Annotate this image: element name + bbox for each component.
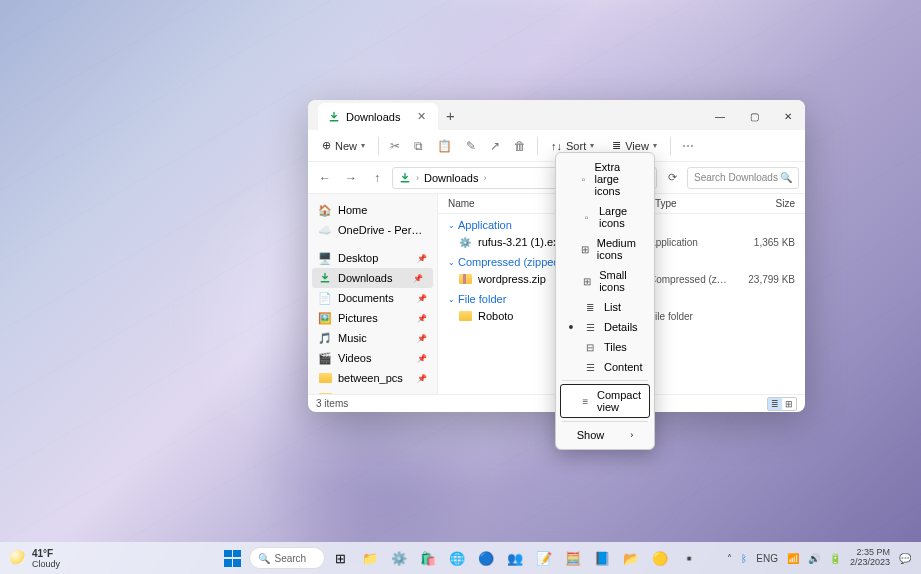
thumbnails-view-toggle[interactable]: ⊞: [782, 398, 796, 410]
menu-item-compact-view[interactable]: ≡Compact view: [560, 384, 650, 418]
delete-button[interactable]: 🗑: [508, 135, 532, 157]
menu-item-large[interactable]: ▫Large icons: [560, 201, 650, 233]
forward-button[interactable]: →: [340, 167, 362, 189]
bluetooth-icon[interactable]: ᛒ: [741, 553, 747, 564]
app-settings[interactable]: ⚙️: [386, 545, 412, 571]
app-chrome[interactable]: 🟡: [647, 545, 673, 571]
column-type[interactable]: Type: [655, 198, 735, 209]
refresh-button[interactable]: ⟳: [661, 167, 683, 189]
app-contacts[interactable]: 👥: [502, 545, 528, 571]
column-size[interactable]: Size: [735, 198, 795, 209]
clock[interactable]: 2:35 PM 2/23/2023: [850, 548, 890, 568]
sidebar-label: Pictures: [338, 312, 378, 324]
new-button[interactable]: ⊕ New ▾: [314, 135, 373, 156]
wifi-icon[interactable]: 📶: [787, 553, 799, 564]
chevron-down-icon: ▾: [590, 141, 594, 150]
menu-item-details[interactable]: •☰Details: [560, 317, 650, 337]
tab-bar: Downloads ✕ + ― ▢ ✕: [308, 100, 805, 130]
menu-separator: [562, 380, 648, 381]
app-calculator[interactable]: 🧮: [560, 545, 586, 571]
battery-icon[interactable]: 🔋: [829, 553, 841, 564]
list-icon: ≣: [583, 302, 597, 313]
tray-chevron-icon[interactable]: ˄: [727, 553, 732, 564]
view-toggle: ≣ ⊞: [767, 397, 797, 411]
sidebar-item-folder[interactable]: wallpapers📌: [308, 388, 437, 394]
copy-button[interactable]: ⧉: [408, 135, 429, 157]
task-view-button[interactable]: ⊞: [328, 545, 354, 571]
menu-item-tiles[interactable]: ⊟Tiles: [560, 337, 650, 357]
app-word[interactable]: 📘: [589, 545, 615, 571]
app-store[interactable]: 🛍️: [415, 545, 441, 571]
app-notepad[interactable]: 📝: [531, 545, 557, 571]
sidebar-item-downloads[interactable]: Downloads📌: [312, 268, 433, 288]
file-type: Compressed (zipp…: [649, 274, 729, 285]
app-terminal[interactable]: ▪️: [676, 545, 702, 571]
tab-downloads[interactable]: Downloads ✕: [318, 103, 438, 130]
chevron-right-icon: ›: [483, 173, 486, 183]
minimize-button[interactable]: ―: [703, 102, 737, 130]
sidebar-item-music[interactable]: 🎵Music📌: [308, 328, 437, 348]
language-indicator[interactable]: ENG: [756, 553, 778, 564]
separator: [378, 137, 379, 155]
volume-icon[interactable]: 🔊: [808, 553, 820, 564]
back-button[interactable]: ←: [314, 167, 336, 189]
menu-item-show[interactable]: Show›: [560, 425, 650, 445]
menu-item-small[interactable]: ⊞Small icons: [560, 265, 650, 297]
app-browser[interactable]: 🔵: [473, 545, 499, 571]
rename-button[interactable]: ✎: [460, 135, 482, 157]
sidebar-item-folder[interactable]: between_pcs📌: [308, 368, 437, 388]
menu-item-medium[interactable]: ⊞Medium icons: [560, 233, 650, 265]
maximize-button[interactable]: ▢: [737, 102, 771, 130]
chevron-down-icon: ▾: [653, 141, 657, 150]
app-explorer[interactable]: 📁: [357, 545, 383, 571]
paste-button[interactable]: 📋: [431, 135, 458, 157]
sidebar-item-desktop[interactable]: 🖥️Desktop📌: [308, 248, 437, 268]
weather-widget[interactable]: 41°F Cloudy: [10, 548, 60, 569]
system-tray: ˄ ᛒ ENG 📶 🔊 🔋 2:35 PM 2/23/2023 💬: [727, 548, 911, 568]
app-edge[interactable]: 🌐: [444, 545, 470, 571]
menu-item-content[interactable]: ☰Content: [560, 357, 650, 377]
new-tab-button[interactable]: +: [438, 101, 463, 130]
close-button[interactable]: ✕: [771, 102, 805, 130]
home-icon: 🏠: [318, 203, 332, 217]
breadcrumb-folder[interactable]: Downloads: [424, 172, 478, 184]
weather-temp: 41°F: [32, 548, 60, 559]
pin-icon: 📌: [413, 274, 423, 283]
menu-item-extra-large[interactable]: ▫Extra large icons: [560, 157, 650, 201]
taskbar-center: 🔍Search ⊞ 📁 ⚙️ 🛍️ 🌐 🔵 👥 📝 🧮 📘 📂 🟡 ▪️: [220, 545, 702, 571]
search-placeholder: Search Downloads: [694, 172, 778, 183]
sidebar-item-home[interactable]: 🏠 Home: [308, 200, 437, 220]
start-button[interactable]: [220, 545, 246, 571]
menu-item-list[interactable]: ≣List: [560, 297, 650, 317]
sidebar-label: Music: [338, 332, 367, 344]
sidebar-label: OneDrive - Personal: [338, 224, 427, 236]
search-label: Search: [275, 553, 307, 564]
cut-button[interactable]: ✂: [384, 135, 406, 157]
sidebar-item-documents[interactable]: 📄Documents📌: [308, 288, 437, 308]
sidebar-item-onedrive[interactable]: ☁️ OneDrive - Personal: [308, 220, 437, 240]
folder-icon: [318, 371, 332, 385]
pin-icon: 📌: [417, 354, 427, 363]
search-input[interactable]: Search Downloads 🔍: [687, 167, 799, 189]
sidebar-item-videos[interactable]: 🎬Videos📌: [308, 348, 437, 368]
grid-icon: ⊞: [580, 244, 590, 255]
desktop-icon: 🖥️: [318, 251, 332, 265]
up-button[interactable]: ↑: [366, 167, 388, 189]
details-view-toggle[interactable]: ≣: [768, 398, 782, 410]
sidebar-item-pictures[interactable]: 🖼️Pictures📌: [308, 308, 437, 328]
notifications-icon[interactable]: 💬: [899, 553, 911, 564]
more-button[interactable]: ⋯: [676, 135, 700, 157]
sort-icon: ↑↓: [551, 140, 562, 152]
download-icon: [399, 172, 411, 184]
close-tab-icon[interactable]: ✕: [415, 108, 428, 125]
taskbar-search[interactable]: 🔍Search: [249, 547, 325, 569]
menu-label: Medium icons: [597, 237, 644, 261]
sort-label: Sort: [566, 140, 586, 152]
navigation-sidebar: 🏠 Home ☁️ OneDrive - Personal 🖥️Desktop📌…: [308, 194, 438, 394]
share-button[interactable]: ↗: [484, 135, 506, 157]
item-count: 3 items: [316, 398, 348, 409]
menu-label: List: [604, 301, 621, 313]
app-files[interactable]: 📂: [618, 545, 644, 571]
menu-separator: [562, 421, 648, 422]
file-type: Application: [649, 237, 729, 248]
